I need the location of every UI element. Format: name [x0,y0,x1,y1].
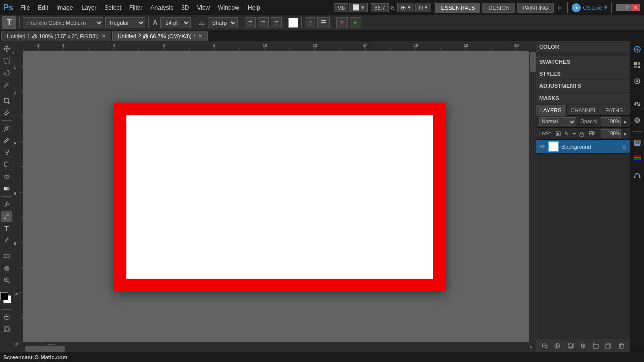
magic-wand-tool[interactable] [1,79,12,90]
color-panel-header[interactable]: COLOR [536,41,630,52]
confirm-edits-btn[interactable]: ✓ [350,17,361,28]
adjustments-panel-header[interactable]: ADJUSTMENTS [536,80,630,92]
menu-edit[interactable]: Edit [34,0,52,15]
color-swatches[interactable] [0,292,13,305]
scrollbar-horizontal[interactable] [23,345,529,352]
clone-stamp-tool[interactable] [1,147,12,158]
eyedropper-tool[interactable] [1,107,12,118]
tab-untitled-1[interactable]: Untitled-1 @ 100% (3.5" x 2", RGB/8) ✕ [1,31,111,41]
shape-tool[interactable] [1,250,12,261]
lock-position-btn[interactable]: ✎ [564,129,569,138]
zoom-tool[interactable] [1,275,12,286]
character-panel-btn[interactable]: ☰ [317,17,330,28]
delete-layer-btn[interactable] [616,341,626,351]
swatches-panel-header[interactable]: SWATCHES [536,56,630,67]
align-left-btn[interactable]: ≡ [245,17,256,28]
menu-view[interactable]: View [193,0,214,15]
tab-close-2[interactable]: ✕ [198,33,202,39]
font-size-select[interactable]: 24 pt [160,17,191,28]
dodge-tool[interactable] [1,199,12,210]
maximize-btn[interactable]: □ [624,4,632,11]
tab-close-1[interactable]: ✕ [102,33,106,39]
adjustments-panel-icon[interactable] [631,98,643,110]
anti-alias-select[interactable]: Sharp [208,17,238,28]
link-layers-btn[interactable] [540,341,550,351]
fill-input[interactable] [601,129,621,138]
text-color-swatch[interactable] [288,18,298,28]
fill-arrow[interactable]: ▸ [623,130,627,137]
pen-tool[interactable] [1,211,12,222]
paths-tab[interactable]: PATHS [601,105,627,116]
minimize-btn[interactable]: ─ [616,4,624,11]
spot-healing-tool[interactable] [1,123,12,134]
tab-untitled-2[interactable]: Untitled-2 @ 66.7% (CMYK/8) * ✕ [112,31,208,41]
painting-btn[interactable]: PAINTING [517,3,554,13]
menu-3d[interactable]: 3D [177,0,193,15]
lasso-tool[interactable] [1,67,12,78]
lock-transparency-btn[interactable] [579,129,585,138]
layer-row-background[interactable]: 👁 Background [536,140,630,154]
layers-panel-icon[interactable] [631,137,643,149]
opacity-arrow[interactable]: ▸ [623,118,627,125]
channel-tab[interactable]: CHANNEL [567,105,602,116]
channels-panel-icon[interactable] [631,153,643,165]
add-style-btn[interactable]: fx [552,341,562,351]
scroll-right-btn[interactable] [529,345,533,349]
align-right-btn[interactable]: ≡ [271,17,282,28]
font-family-select[interactable]: Franklin Gothic Medium [23,17,103,28]
menu-filter[interactable]: Filter [125,0,147,15]
lock-all-btn[interactable]: + [571,129,577,138]
move-tool[interactable] [1,43,12,54]
masks-panel-icon[interactable] [631,114,643,126]
scrollbar-vertical[interactable] [529,51,536,342]
path-selection-tool[interactable] [1,235,12,246]
new-layer-btn[interactable] [604,341,614,351]
history-brush-tool[interactable] [1,159,12,170]
marquee-tool[interactable] [1,55,12,66]
warp-text-btn[interactable]: T [305,17,315,28]
screen-mode-btn[interactable]: ⬜ ▾ [349,3,368,12]
add-mask-btn[interactable] [566,341,576,351]
menu-help[interactable]: Help [244,0,264,15]
font-style-select[interactable]: Regular [105,17,145,28]
menu-window[interactable]: Window [214,0,244,15]
paths-panel-icon[interactable] [631,169,643,181]
brush-tool[interactable] [1,135,12,146]
layers-tab[interactable]: LAYERS [536,105,567,116]
close-btn[interactable]: ✕ [632,4,640,11]
workspace-expand-btn[interactable]: » [556,4,564,11]
essentials-btn[interactable]: ESSENTIALS [436,3,481,13]
canvas-document[interactable] [114,103,446,291]
color-panel-icon[interactable] [631,43,643,55]
hand-tool[interactable] [1,262,12,274]
align-center-btn[interactable]: ≡ [258,17,269,28]
blend-mode-select[interactable]: Normal [539,117,576,126]
menu-image[interactable]: Image [52,0,77,15]
gradient-tool[interactable] [1,183,12,194]
eraser-tool[interactable] [1,171,12,182]
screen-mode-tool[interactable] [1,324,12,335]
lock-pixels-btn[interactable] [555,129,561,138]
zoom-input[interactable]: 66.7 [371,3,388,12]
extras-btn[interactable]: ⊡ ▾ [415,3,431,12]
cs-live-btn[interactable]: ● CS Live ▾ [572,3,607,12]
cancel-edits-btn[interactable]: ✕ [336,17,348,28]
styles-panel-header[interactable]: STYLES [536,68,630,79]
styles-panel-icon[interactable] [631,75,643,87]
layer-visibility-btn[interactable]: 👁 [538,143,546,151]
quick-mask-btn[interactable] [1,312,12,323]
swatches-panel-icon[interactable] [631,59,643,71]
masks-panel-header[interactable]: MASKS [536,93,630,104]
menu-layer[interactable]: Layer [77,0,100,15]
mode-btn[interactable]: Mb [334,3,348,12]
new-group-btn[interactable] [591,341,601,351]
menu-select[interactable]: Select [100,0,125,15]
menu-file[interactable]: File [16,0,34,15]
type-tool[interactable]: T [1,223,12,234]
arrangement-btn[interactable]: ⊞ ▾ [397,3,414,12]
crop-tool[interactable] [1,95,12,106]
menu-analysis[interactable]: Analysis [146,0,177,15]
design-btn[interactable]: DESIGN [482,3,515,13]
adjustment-layer-btn[interactable] [578,341,588,351]
opacity-input[interactable] [601,117,621,126]
